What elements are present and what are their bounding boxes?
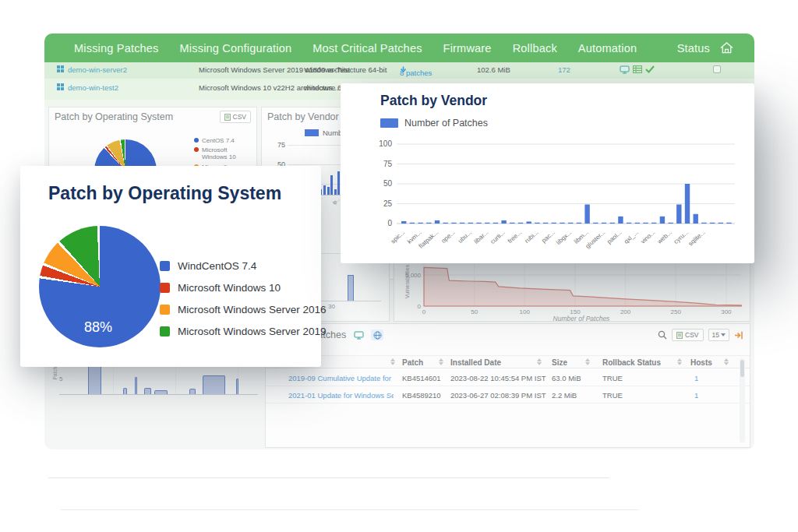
divider-line (61, 509, 639, 510)
svg-text:0: 0 (387, 219, 392, 227)
sort-icon[interactable] (537, 358, 542, 365)
monitor-icon[interactable] (352, 329, 365, 340)
svg-text:free...: free... (507, 229, 523, 245)
installed-table-row[interactable]: 2019-09 Cumulative Update for .NET Frame… (266, 369, 750, 386)
nav-most-critical-patches[interactable]: Most Critical Patches (312, 42, 422, 55)
host-os: Microsoft Windows Server 2019 v1809 arch… (199, 65, 387, 74)
host-vuln-count[interactable]: 172 (558, 65, 570, 74)
svg-text:300: 300 (721, 308, 732, 315)
overlay-card-patch-by-os[interactable]: Patch by Operating System 88% WindCentOS… (20, 166, 321, 367)
svg-text:qxl_...: qxl_... (623, 229, 640, 245)
svg-text:paol...: paol... (606, 229, 623, 245)
svg-text:25: 25 (383, 199, 393, 208)
os-pie-legend: WindCentOS 7.4 Microsoft Windows 10 Micr… (160, 255, 327, 342)
export-arrow-icon[interactable] (734, 331, 743, 340)
svg-text:Number of Patches: Number of Patches (553, 315, 611, 322)
bar (203, 375, 225, 394)
home-icon[interactable] (719, 41, 734, 55)
legend-item[interactable]: Microsoft Windows Server 2019 (160, 320, 327, 342)
svg-text:vino...: vino... (639, 229, 656, 245)
legend-item[interactable]: Microsoft Windows 10 (160, 277, 327, 298)
check-icon (645, 65, 655, 75)
legend-item[interactable]: Microsoft Windows Server 2016 (160, 298, 327, 320)
svg-text:200: 200 (620, 308, 631, 315)
screenshot-stage: Missing Patches Missing Configuration Mo… (0, 0, 798, 532)
host-size: 102.6 MiB (477, 65, 510, 74)
patch-id: KB4514601 (402, 374, 441, 382)
vendor-legend: Number of Patches (380, 118, 488, 129)
sort-icon[interactable] (724, 358, 729, 365)
installed-date: 2023-08-22 10:45:54 PM IST (450, 374, 546, 382)
svg-text:50: 50 (471, 308, 478, 315)
legend-item[interactable]: WindCentOS 7.4 (160, 255, 327, 277)
nav-status[interactable]: Status (677, 42, 710, 55)
file-icon (676, 332, 683, 339)
list-icon[interactable] (633, 65, 642, 75)
svg-text:0: 0 (422, 308, 426, 315)
bar (144, 388, 151, 394)
col-header-size[interactable]: Size (552, 358, 567, 367)
svg-text:rubi...: rubi... (524, 229, 540, 245)
file-icon (224, 114, 231, 121)
nav-rollback[interactable]: Rollback (513, 42, 557, 55)
monitor-icon[interactable] (620, 65, 630, 76)
hosts-count-link[interactable]: 1 (694, 374, 698, 382)
pie-slice-label: 88% (65, 319, 131, 336)
col-header-installed-date[interactable]: Installed Date (450, 358, 501, 367)
panel-vulnerability-chart: Vulnerabilities 0501001502002503005,0000… (394, 253, 750, 322)
nav-firmware[interactable]: Firmware (443, 42, 492, 55)
overlay-card-patch-by-vendor[interactable]: Patch by Vendor Number of Patches 100755… (341, 83, 754, 263)
patch-size: 2.2 MiB (552, 391, 577, 400)
axis-line (59, 394, 258, 395)
x-label: ip... (331, 196, 341, 205)
host-row[interactable]: demo-win-server2 Microsoft Windows Serve… (44, 62, 754, 79)
csv-button[interactable]: CSV (220, 111, 251, 123)
svg-text:pac...: pac... (540, 229, 556, 245)
globe-icon[interactable] (371, 329, 383, 340)
csv-button[interactable]: CSV (672, 329, 703, 341)
hosts-count-link[interactable]: 1 (694, 391, 698, 400)
vendor-bar-chart[interactable]: 1007550250spic...kvm...flatpak...ope...u… (370, 133, 743, 261)
installed-date: 2023-06-27 02:08:39 PM IST (450, 391, 546, 400)
patch-description-link[interactable]: 2021-01 Update for Windows Server 2016 f… (288, 391, 394, 400)
svg-text:75: 75 (383, 160, 393, 168)
host-name-link[interactable]: demo-win-test2 (68, 83, 118, 92)
sort-icon[interactable] (390, 358, 396, 365)
windows-icon (57, 65, 64, 72)
row-checkbox[interactable] (713, 65, 721, 73)
nav-missing-configuration[interactable]: Missing Configuration (180, 42, 292, 55)
svg-text:100: 100 (379, 139, 392, 148)
svg-text:web...: web... (655, 229, 673, 246)
windows-icon (57, 83, 64, 90)
host-patches-link[interactable]: 8 patches (400, 65, 407, 74)
bar (236, 379, 238, 394)
sort-icon[interactable] (585, 358, 591, 365)
bar (348, 275, 354, 301)
nav-missing-patches[interactable]: Missing Patches (74, 42, 159, 55)
y-tick: 75 (273, 141, 285, 149)
legend-item[interactable]: Microsoft Windows 10 (194, 146, 253, 160)
bar (323, 185, 326, 196)
legend-item[interactable]: CentOS 7.4 (194, 137, 253, 144)
svg-text:0: 0 (418, 303, 422, 310)
bar (330, 175, 333, 195)
page-size-select[interactable]: 15 (708, 329, 729, 341)
rollback-status: TRUE (602, 374, 623, 382)
col-header-patch[interactable]: Patch (402, 358, 423, 367)
nav-automation[interactable]: Automation (578, 42, 637, 55)
sort-icon[interactable] (439, 358, 444, 365)
search-icon[interactable] (658, 330, 667, 340)
table-scrollbar[interactable] (740, 358, 745, 442)
patch-description-link[interactable]: 2019-09 Cumulative Update for .NET Frame… (288, 374, 394, 382)
svg-text:ubu...: ubu... (457, 229, 473, 245)
patch-size: 63.0 MiB (552, 374, 581, 382)
installed-table-row[interactable]: 2021-01 Update for Windows Server 2016 f… (266, 386, 750, 403)
installed-table-header: Patch Installed Date Size Rollback Statu… (266, 355, 750, 368)
svg-text:libar...: libar... (472, 229, 489, 245)
sort-icon[interactable] (677, 358, 683, 365)
bar (135, 377, 137, 394)
panel-installed-patches: Installed Patches CSV 15 (265, 323, 750, 448)
host-name-link[interactable]: demo-win-server2 (68, 65, 127, 74)
col-header-hosts[interactable]: Hosts (690, 358, 712, 367)
col-header-rollback-status[interactable]: Rollback Status (602, 358, 661, 367)
